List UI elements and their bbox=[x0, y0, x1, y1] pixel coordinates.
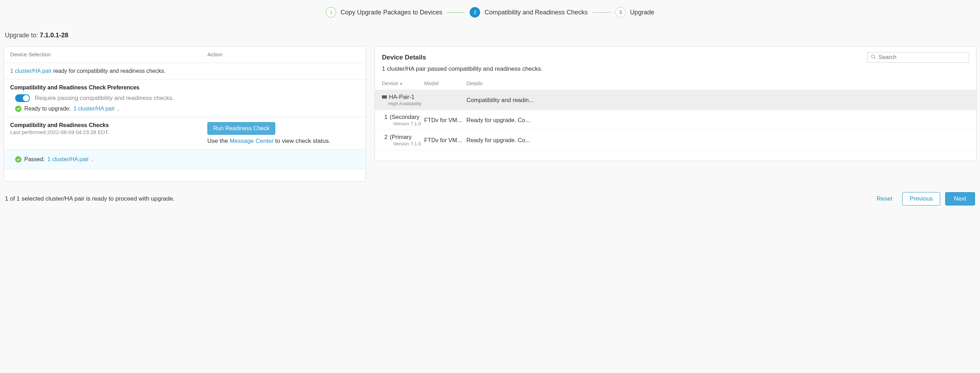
step-3-number: 3 bbox=[615, 7, 626, 17]
device-details-summary: 1 cluster/HA pair passed compatibility a… bbox=[375, 65, 976, 77]
require-passing-label: Require passing compatibility and readin… bbox=[35, 95, 174, 102]
readiness-checks-title: Compatibility and Readiness Checks bbox=[10, 122, 207, 129]
run-readiness-check-button[interactable]: Run Readiness Check bbox=[207, 122, 275, 135]
search-icon bbox=[871, 54, 876, 60]
col-device-selection: Device Selection bbox=[10, 51, 207, 58]
readiness-last-performed: Last performed 2022-08-09 04:23:28 EDT. bbox=[10, 129, 207, 135]
device-row-role: (Secondary bbox=[390, 114, 419, 121]
device-details-title: Device Details bbox=[382, 54, 426, 61]
next-button[interactable]: Next bbox=[945, 192, 975, 205]
ready-to-upgrade-link[interactable]: 1 cluster/HA pair bbox=[73, 106, 115, 112]
sort-asc-icon: ▲ bbox=[399, 81, 403, 85]
upgrade-to-line: Upgrade to: 7.1.0.1-28 bbox=[5, 32, 977, 39]
device-selection-header: Device Selection Action bbox=[4, 46, 366, 63]
wizard-stepper: 1 Copy Upgrade Packages to Devices 2 Com… bbox=[3, 3, 977, 32]
device-table-header: Device ▲ Model Details bbox=[375, 77, 976, 90]
device-row-num: 2 bbox=[382, 134, 388, 140]
passed-suffix: . bbox=[92, 156, 93, 163]
device-icon bbox=[382, 95, 387, 99]
cluster-ready-text: ready for compatibility and readiness ch… bbox=[51, 68, 165, 74]
message-center-pre: Use the bbox=[207, 138, 229, 144]
check-prefs-title: Compatibility and Readiness Check Prefer… bbox=[10, 84, 360, 91]
device-row-version: Version 7.1.0 bbox=[382, 121, 424, 126]
device-group-row[interactable]: HA-Pair-1 High Availability Compatibilit… bbox=[375, 90, 976, 110]
toggle-knob bbox=[23, 95, 29, 102]
upgrade-to-prefix: Upgrade to: bbox=[5, 32, 40, 39]
device-group-details: Compatibility and readin... bbox=[466, 97, 969, 103]
device-row-details: Ready for upgrade. Co... bbox=[466, 137, 969, 144]
passed-row: Passed: 1 cluster/HA pair. bbox=[4, 150, 366, 169]
step-connector-1 bbox=[447, 12, 465, 13]
step-2[interactable]: 2 Compatibility and Readiness Checks bbox=[469, 7, 587, 17]
step-1[interactable]: 1 Copy Upgrade Packages to Devices bbox=[326, 7, 442, 17]
require-passing-toggle[interactable] bbox=[15, 94, 30, 102]
device-selection-panel: Device Selection Action 1 cluster/HA pai… bbox=[3, 46, 366, 182]
passed-link[interactable]: 1 cluster/HA pair bbox=[48, 156, 89, 163]
ready-to-upgrade-label: Ready to upgrade: bbox=[24, 106, 71, 112]
svg-point-0 bbox=[872, 55, 875, 58]
device-row-model: FTDv for VM... bbox=[424, 117, 466, 124]
col-action: Action bbox=[207, 51, 360, 58]
device-row-details: Ready for upgrade. Co... bbox=[466, 117, 969, 124]
svg-line-1 bbox=[874, 58, 876, 59]
step-connector-2 bbox=[593, 12, 610, 13]
device-row-version: Version 7.1.0 bbox=[382, 141, 424, 146]
col-device[interactable]: Device ▲ bbox=[382, 80, 424, 86]
ready-to-upgrade-suffix: . bbox=[118, 106, 119, 112]
footer-status: 1 of 1 selected cluster/HA pair is ready… bbox=[5, 195, 175, 202]
step-2-label: Compatibility and Readiness Checks bbox=[484, 9, 587, 16]
upgrade-to-version: 7.1.0.1-28 bbox=[40, 32, 68, 39]
device-search-box[interactable] bbox=[867, 52, 969, 63]
message-center-post: to view check status. bbox=[274, 138, 331, 144]
device-row-model: FTDv for VM... bbox=[424, 137, 466, 144]
col-details[interactable]: Details bbox=[466, 80, 969, 86]
empty-row bbox=[4, 169, 366, 181]
wizard-footer: 1 of 1 selected cluster/HA pair is ready… bbox=[3, 192, 977, 209]
reset-button[interactable]: Reset bbox=[872, 192, 897, 205]
device-details-panel: Device Details 1 cluster/HA pair passed … bbox=[375, 46, 977, 161]
passed-prefix: Passed: bbox=[24, 156, 45, 163]
check-icon bbox=[15, 156, 21, 163]
col-model[interactable]: Model bbox=[424, 80, 466, 86]
col-device-label: Device bbox=[382, 80, 398, 86]
readiness-checks-row: Compatibility and Readiness Checks Last … bbox=[4, 117, 366, 150]
check-icon bbox=[15, 106, 21, 112]
step-1-number: 1 bbox=[326, 7, 336, 17]
message-center-link[interactable]: Message Center bbox=[229, 138, 274, 144]
step-1-label: Copy Upgrade Packages to Devices bbox=[340, 9, 442, 16]
device-group-name: HA-Pair-1 bbox=[389, 94, 414, 100]
device-row-num: 1 bbox=[382, 114, 388, 121]
step-2-number: 2 bbox=[469, 7, 480, 17]
device-row-role: (Primary bbox=[390, 134, 412, 140]
device-search-input[interactable] bbox=[879, 54, 965, 60]
ready-for-checks-row: 1 cluster/HA pair ready for compatibilit… bbox=[4, 63, 366, 79]
step-3-label: Upgrade bbox=[630, 9, 654, 16]
previous-button[interactable]: Previous bbox=[902, 192, 940, 205]
cluster-ready-link[interactable]: 1 cluster/HA pair bbox=[10, 68, 51, 74]
check-preferences-row: Compatibility and Readiness Check Prefer… bbox=[4, 79, 366, 117]
device-row[interactable]: 2 (Primary Version 7.1.0 FTDv for VM... … bbox=[375, 130, 976, 150]
device-row[interactable]: 1 (Secondary Version 7.1.0 FTDv for VM..… bbox=[375, 110, 976, 130]
device-group-sub: High Availability bbox=[382, 101, 424, 106]
step-3[interactable]: 3 Upgrade bbox=[615, 7, 654, 17]
